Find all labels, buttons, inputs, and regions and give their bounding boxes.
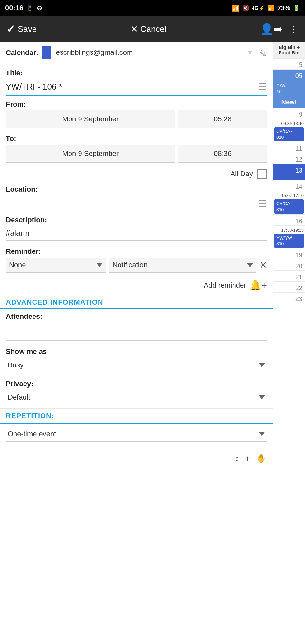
sidebar-day-22: 22 bbox=[273, 281, 305, 292]
sidebar-day-05: 05 YW/10... New! bbox=[273, 69, 305, 108]
description-section: Description: #alarm bbox=[0, 213, 273, 244]
repetition-dropdown[interactable]: One-time event bbox=[6, 427, 267, 442]
profile-button[interactable]: 👤➡ bbox=[260, 23, 282, 35]
sidebar-event-caca810-1: CA/CA -810 bbox=[274, 127, 304, 141]
advanced-section: ADVANCED INFORMATION bbox=[0, 294, 273, 309]
sidebar-day-17: 17:30-19:23 YW/YW -810 bbox=[273, 225, 305, 248]
reminder-notification-text: Notification bbox=[112, 261, 148, 269]
battery-text: 73% bbox=[277, 5, 290, 12]
repetition-dropdown-wrapper: One-time event bbox=[0, 427, 273, 448]
resize-down-icon[interactable]: ↕ bbox=[245, 453, 250, 463]
title-label: Title: bbox=[6, 69, 267, 77]
reminder-section: Reminder: None Notification ✕ bbox=[0, 244, 273, 276]
sidebar-day-num-9: 9 bbox=[273, 109, 305, 119]
bluetooth-icon: 📶 bbox=[232, 4, 240, 12]
location-list-icon[interactable]: ☰ bbox=[258, 198, 267, 209]
privacy-dropdown[interactable]: Default bbox=[6, 390, 267, 405]
sidebar-day-num-22: 22 bbox=[273, 283, 305, 292]
advanced-label: ADVANCED INFORMATION bbox=[6, 298, 103, 306]
calendar-row: Calendar: escribblings@gmail.com ▼ ✎ bbox=[0, 42, 273, 64]
attendees-input[interactable] bbox=[6, 325, 267, 341]
from-section: From: Mon 9 September 05:28 bbox=[0, 96, 273, 133]
sidebar-day-19: 19 bbox=[273, 249, 305, 260]
sidebar-day-num-14: 14 bbox=[273, 182, 305, 191]
sidebar-day-num-19: 19 bbox=[273, 250, 305, 260]
sidebar-day-num-12: 12 bbox=[273, 155, 305, 164]
sidebar-time-1730: 17:30-19:23 bbox=[273, 227, 305, 233]
list-icon[interactable]: ☰ bbox=[258, 81, 267, 92]
sidebar-time-0939: 09:39-13:40 bbox=[273, 120, 305, 127]
privacy-label: Privacy: bbox=[6, 380, 267, 388]
x-icon: ✕ bbox=[130, 24, 138, 34]
more-icon: ⋮ bbox=[289, 24, 299, 34]
more-button[interactable]: ⋮ bbox=[289, 24, 299, 34]
attendees-section: Attendees: bbox=[0, 309, 273, 344]
location-input-row: ☰ bbox=[6, 195, 267, 209]
location-label: Location: bbox=[6, 185, 267, 194]
location-input[interactable] bbox=[6, 195, 255, 209]
hand-icon[interactable]: ✋ bbox=[256, 453, 266, 463]
title-value[interactable]: YW/TRI - 106 * bbox=[6, 82, 62, 92]
description-value[interactable]: #alarm bbox=[6, 226, 267, 241]
sidebar-day-5: 5 bbox=[273, 58, 305, 69]
save-label: Save bbox=[18, 24, 37, 34]
sidebar-event-new: New! bbox=[274, 97, 304, 108]
signal-icon: 📶 bbox=[268, 5, 275, 12]
sidebar-day-15-event: 15:07-17:10 CA/CA -810 bbox=[273, 191, 305, 213]
cancel-button[interactable]: ✕ Cancel bbox=[130, 24, 167, 34]
show-me-section: Show me as Busy bbox=[0, 344, 273, 376]
sidebar-day-num-5: 5 bbox=[273, 60, 305, 69]
calendar-sidebar: Big Bin + Food Bin 5 05 YW/10... New! 9 … bbox=[273, 42, 305, 644]
sidebar-day-20: 20 bbox=[273, 260, 305, 270]
to-date-button[interactable]: Mon 9 September bbox=[6, 145, 175, 163]
reminder-none-arrow bbox=[96, 263, 103, 267]
sim-icon: 📱 bbox=[26, 5, 33, 12]
sidebar-day-21: 21 bbox=[273, 270, 305, 281]
sidebar-day-num-16: 16 bbox=[273, 216, 305, 225]
calendar-label: Calendar: bbox=[6, 49, 38, 57]
sidebar-day-14: 14 bbox=[273, 180, 305, 191]
add-reminder-row: Add reminder 🔔+ bbox=[0, 276, 273, 294]
to-time-button[interactable]: 08:36 bbox=[178, 145, 267, 163]
battery-icon: 🔋 bbox=[293, 5, 300, 12]
allday-label: All Day bbox=[230, 170, 253, 178]
calendar-color-indicator bbox=[42, 46, 51, 59]
save-button[interactable]: ✓ Save bbox=[6, 23, 37, 35]
reminder-none-dropdown[interactable]: None bbox=[6, 258, 106, 273]
sidebar-day-num-23: 23 bbox=[273, 294, 305, 303]
status-right: 📶 🔇 4G⚡ 📶 73% 🔋 bbox=[232, 4, 300, 12]
sidebar-day-num-13: 13 bbox=[273, 166, 305, 175]
from-label: From: bbox=[6, 100, 267, 109]
from-time-button[interactable]: 05:28 bbox=[178, 110, 267, 128]
sidebar-event-ywyw810: YW/YW -810 bbox=[274, 234, 304, 248]
title-input-row: YW/TRI - 106 * ☰ bbox=[6, 79, 267, 96]
profile-icon: 👤➡ bbox=[260, 23, 282, 35]
privacy-section: Privacy: Default bbox=[0, 376, 273, 409]
sidebar-day-num-20: 20 bbox=[273, 261, 305, 270]
reminder-notification-dropdown[interactable]: Notification bbox=[109, 258, 256, 273]
calendar-email: escribblings@gmail.com bbox=[56, 48, 247, 57]
sidebar-day-num-05: 05 bbox=[273, 71, 305, 80]
bell-plus-icon[interactable]: 🔔+ bbox=[249, 279, 267, 291]
reminder-remove-button[interactable]: ✕ bbox=[260, 260, 267, 270]
allday-checkbox[interactable] bbox=[257, 169, 267, 179]
sidebar-event-yw10: YW/10... bbox=[274, 81, 304, 96]
repetition-divider bbox=[0, 424, 273, 424]
status-time: 00:16 bbox=[5, 4, 23, 12]
show-me-as-dropdown[interactable]: Busy bbox=[6, 358, 267, 373]
reminder-row: None Notification ✕ bbox=[6, 258, 267, 273]
from-date-button[interactable]: Mon 9 September bbox=[6, 110, 175, 128]
status-left: 00:16 📱 ⊖ bbox=[5, 4, 42, 12]
from-datetime-row: Mon 9 September 05:28 bbox=[6, 110, 267, 128]
reminder-notification-arrow bbox=[247, 263, 253, 267]
show-me-as-arrow bbox=[259, 363, 265, 367]
to-datetime-row: Mon 9 September 08:36 bbox=[6, 145, 267, 163]
attendees-label: Attendees: bbox=[6, 312, 267, 321]
to-section: To: Mon 9 September 08:36 bbox=[0, 133, 273, 168]
resize-up-icon[interactable]: ↕ bbox=[235, 453, 239, 463]
reminder-none-text: None bbox=[9, 261, 26, 269]
dropdown-arrow-calendar: ▼ bbox=[247, 49, 253, 56]
brush-icon[interactable]: ✎ bbox=[259, 48, 267, 59]
sidebar-day-23: 23 bbox=[273, 292, 305, 303]
reminder-label: Reminder: bbox=[6, 247, 267, 256]
